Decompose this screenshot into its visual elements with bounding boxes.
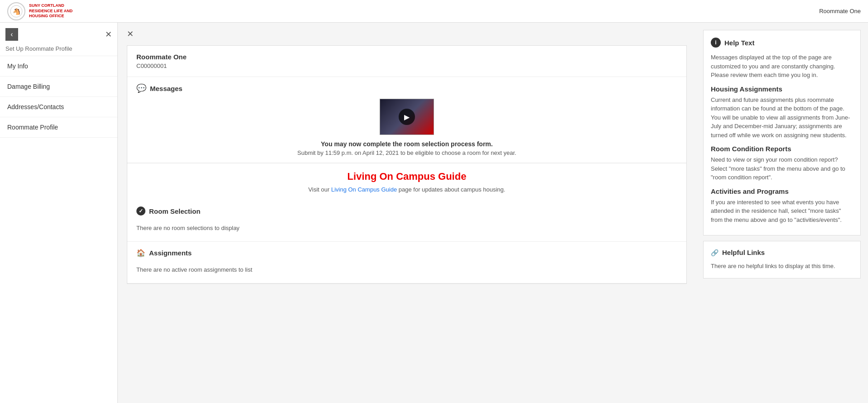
messages-title: Messages — [150, 85, 183, 92]
sidebar-item-addresses-contacts[interactable]: Addresses/Contacts — [0, 97, 117, 117]
logo-text: SUNY CORTLAND RESIDENCE LIFE AND HOUSING… — [29, 3, 72, 19]
top-bar-username: Roommate One — [819, 8, 861, 14]
helpful-links-card: 🔗 Helpful Links There are no helpful lin… — [703, 241, 861, 278]
sidebar-header: ‹ ✕ — [0, 23, 117, 41]
checkmark-icon: ✓ — [136, 206, 145, 216]
helpful-links-header: 🔗 Helpful Links — [711, 249, 853, 256]
room-selection-section: ✓ Room Selection There are no room selec… — [127, 200, 686, 242]
home-symbol: 🏠 — [136, 249, 145, 257]
logo-area: 🐴 SUNY CORTLAND RESIDENCE LIFE AND HOUSI… — [7, 2, 72, 20]
campus-guide-title: Living On Campus Guide — [136, 171, 677, 182]
help-text-card: i Help Text Messages displayed at the to… — [703, 30, 861, 235]
activities-programs-title: Activities and Programs — [711, 187, 853, 195]
messages-section: 💬 Messages ▶ You may now complete the ro… — [127, 77, 686, 163]
room-selection-no-data: There are no room selections to display — [136, 221, 677, 235]
assignments-title: Assignments — [149, 249, 192, 257]
messages-section-header: 💬 Messages — [136, 83, 677, 93]
logo-icon: 🐴 — [7, 2, 25, 20]
sidebar-item-damage-billing[interactable]: Damage Billing — [0, 77, 117, 97]
room-selection-header: ✓ Room Selection — [136, 206, 677, 216]
video-play-button[interactable]: ▶ — [399, 109, 415, 125]
content-area: ✕ Roommate One C00000001 💬 Messages ▶ — [118, 23, 696, 403]
room-condition-reports-text: Need to view or sign your room condition… — [711, 155, 853, 182]
helpful-links-title: Helpful Links — [722, 249, 765, 256]
help-text-title: Help Text — [724, 39, 754, 47]
content-top-close-area: ✕ — [118, 23, 696, 45]
help-text-intro: Messages displayed at the top of the pag… — [711, 53, 853, 80]
checkmark-symbol: ✓ — [139, 208, 143, 214]
home-icon: 🏠 — [136, 248, 145, 257]
sidebar: ‹ ✕ Set Up Roommate Profile My Info Dama… — [0, 23, 118, 403]
svg-text:🐴: 🐴 — [13, 8, 21, 15]
right-panel: i Help Text Messages displayed at the to… — [696, 23, 868, 403]
campus-guide-text: Visit our Living On Campus Guide page fo… — [136, 186, 677, 193]
campus-guide-text-before: Visit our — [309, 186, 331, 193]
helpful-links-no-data: There are no helpful links to display at… — [711, 262, 853, 271]
link-icon: 🔗 — [711, 249, 719, 256]
content-close-button[interactable]: ✕ — [127, 29, 134, 39]
assignments-header: 🏠 Assignments — [136, 248, 677, 257]
sidebar-item-my-info[interactable]: My Info — [0, 56, 117, 77]
housing-assignments-title: Housing Assignments — [711, 85, 853, 93]
housing-assignments-text: Current and future assignments plus room… — [711, 96, 853, 140]
room-selection-title: Room Selection — [149, 207, 200, 215]
message-normal-text: Submit by 11:59 p.m. on April 12, 2021 t… — [136, 149, 677, 156]
video-container: ▶ — [136, 99, 677, 135]
main-card: Roommate One C00000001 💬 Messages ▶ You … — [127, 45, 687, 284]
campus-guide-section: Living On Campus Guide Visit our Living … — [127, 163, 686, 200]
sidebar-title: Set Up Roommate Profile — [0, 41, 117, 56]
top-bar: 🐴 SUNY CORTLAND RESIDENCE LIFE AND HOUSI… — [0, 0, 868, 23]
user-header: Roommate One C00000001 — [127, 46, 686, 77]
activities-programs-text: If you are interested to see what events… — [711, 198, 853, 225]
sidebar-close-button[interactable]: ✕ — [105, 29, 112, 39]
assignments-section: 🏠 Assignments There are no active room a… — [127, 242, 686, 283]
message-bold-text: You may now complete the room selection … — [136, 140, 677, 148]
messages-icon: 💬 — [136, 83, 146, 93]
user-name: Roommate One — [136, 53, 677, 61]
assignments-no-data: There are no active room assignments to … — [136, 263, 677, 277]
campus-guide-link[interactable]: Living On Campus Guide — [331, 186, 397, 193]
info-icon: i — [711, 38, 721, 48]
sidebar-item-roommate-profile[interactable]: Roommate Profile — [0, 117, 117, 138]
help-text-header: i Help Text — [711, 38, 853, 48]
campus-guide-text-after: page for updates about campus housing. — [397, 186, 505, 193]
info-symbol: i — [715, 39, 716, 46]
room-condition-reports-title: Room Condition Reports — [711, 145, 853, 153]
sidebar-nav: My Info Damage Billing Addresses/Contact… — [0, 56, 117, 138]
user-id: C00000001 — [136, 62, 677, 69]
video-thumbnail[interactable]: ▶ — [380, 99, 434, 135]
sidebar-back-button[interactable]: ‹ — [5, 28, 18, 41]
play-icon: ▶ — [404, 113, 410, 121]
main-layout: ‹ ✕ Set Up Roommate Profile My Info Dama… — [0, 23, 868, 403]
